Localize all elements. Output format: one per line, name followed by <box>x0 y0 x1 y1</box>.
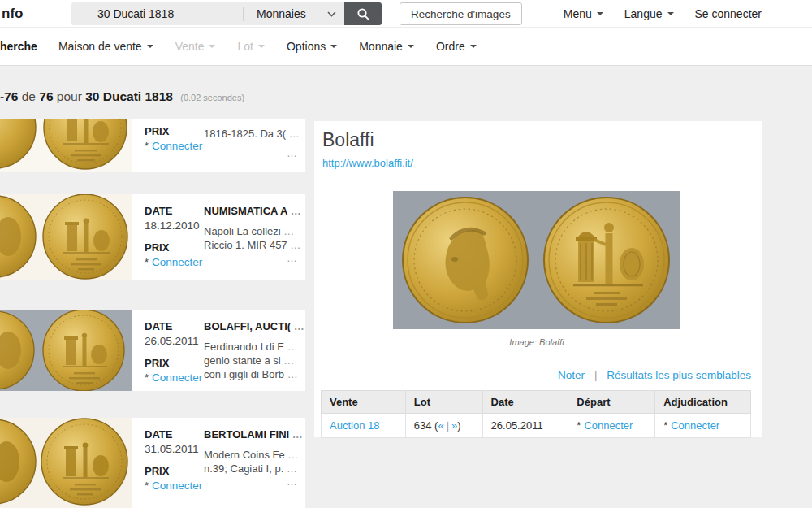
chevron-down-icon <box>258 45 265 48</box>
coin-detail-image <box>393 191 680 329</box>
header-links: Menu Langue Se connecter <box>564 0 762 28</box>
signin-link[interactable]: Se connecter <box>695 7 762 20</box>
date-label: DATE <box>145 428 204 441</box>
col-header-depart: Départ <box>568 391 655 414</box>
chevron-down-icon <box>209 45 215 48</box>
price-connect: *Connecter <box>145 256 204 268</box>
result-meta: PRIX *Connecter <box>132 119 204 172</box>
search-input[interactable] <box>71 2 243 25</box>
chevron-down-icon <box>147 45 153 48</box>
chevron-down-icon <box>667 12 674 15</box>
date-label: DATE <box>145 205 204 217</box>
result-description: 1816-1825. Da 3( … … <box>204 119 305 172</box>
result-description: NUMISMATICA A … Napoli La collezi … Ricc… <box>204 194 305 280</box>
search-time: (0.02 secondes) <box>180 93 244 102</box>
menu-dropdown[interactable]: Menu <box>564 7 603 20</box>
nav-item-ordre[interactable]: Ordre <box>436 40 477 53</box>
nav-item-options[interactable]: Options <box>287 40 337 53</box>
connect-link[interactable]: Connecter <box>152 371 202 384</box>
similar-results-link[interactable]: Résultats les plus semblables <box>607 369 751 381</box>
result-description: BOLAFFI, AUCTI( … Ferdinando I di E … ge… <box>204 310 305 391</box>
coin-thumbnail[interactable] <box>0 119 132 172</box>
connect-link[interactable]: Connecter <box>584 419 633 432</box>
category-select-value: Monnaies <box>257 7 306 20</box>
lot-table: Vente Lot Date Départ Adjudication Aucti… <box>321 390 751 438</box>
filter-menubar: herche Maison de vente Vente Lot Options… <box>0 28 812 66</box>
table-row: Auction 18 634 («|») 26.05.2011 *Connect… <box>322 414 751 438</box>
prev-lot-link[interactable]: « <box>438 419 443 432</box>
category-select[interactable]: Monnaies <box>244 2 344 25</box>
result-card[interactable]: PRIX *Connecter 1816-1825. Da 3( … … <box>0 119 305 172</box>
auction-house-title: Bolaffi <box>322 129 374 151</box>
chevron-down-icon <box>330 45 337 48</box>
coin-thumbnail[interactable] <box>0 310 132 391</box>
coin-thumbnail[interactable] <box>0 194 132 280</box>
nav-item-monnaie[interactable]: Monnaie <box>359 40 414 53</box>
nav-item-vente: Vente <box>175 40 216 53</box>
date-label: DATE <box>145 320 204 332</box>
nav-item-lot: Lot <box>237 40 264 53</box>
result-card[interactable]: DATE 31.05.2011 PRIX *Connecter BERTOLAM… <box>0 418 305 508</box>
price-connect: *Connecter <box>145 140 204 152</box>
auction-link[interactable]: Auction 18 <box>330 419 379 432</box>
col-header-lot: Lot <box>405 391 482 414</box>
result-card-selected[interactable]: DATE 26.05.2011 PRIX *Connecter BOLAFFI,… <box>0 310 305 391</box>
date-value: 31.05.2011 <box>145 443 204 455</box>
auction-house-url[interactable]: http://www.bolaffi.it/ <box>322 157 413 169</box>
nav-item-maison-de-vente[interactable]: Maison de vente <box>58 40 153 53</box>
connect-link[interactable]: Connecter <box>671 419 719 432</box>
search-icon <box>356 7 370 21</box>
chevron-down-icon <box>408 45 414 48</box>
page: nfo Monnaies Recherche d'images Menu <box>0 0 812 508</box>
lot-cell: 634 («|») <box>405 414 482 438</box>
rate-link[interactable]: Noter <box>558 369 585 381</box>
site-logo[interactable]: nfo <box>2 6 23 22</box>
search-button[interactable] <box>344 2 382 25</box>
chevron-down-icon <box>327 11 336 17</box>
col-header-date: Date <box>482 391 568 414</box>
result-meta: DATE 26.05.2011 PRIX *Connecter <box>132 310 204 391</box>
price-label: PRIX <box>145 357 204 369</box>
date-value: 26.05.2011 <box>145 335 204 347</box>
image-caption: Image: Bolaffi <box>393 337 680 347</box>
image-search-button[interactable]: Recherche d'images <box>400 2 522 25</box>
connect-link[interactable]: Connecter <box>152 140 202 152</box>
price-connect: *Connecter <box>145 480 204 492</box>
connect-link[interactable]: Connecter <box>152 480 202 492</box>
chevron-down-icon <box>470 45 477 48</box>
price-label: PRIX <box>145 241 204 254</box>
language-dropdown[interactable]: Langue <box>624 7 674 20</box>
nav-item-recherche[interactable]: herche <box>0 40 37 53</box>
price-label: PRIX <box>145 465 204 477</box>
chevron-down-icon <box>597 12 603 15</box>
result-card[interactable]: DATE 18.12.2010 PRIX *Connecter NUMISMAT… <box>0 194 305 280</box>
col-header-adjudication: Adjudication <box>655 391 751 414</box>
result-description: BERTOLAMI FINI … Modern Coins Fe … n.39;… <box>204 418 305 508</box>
connect-link[interactable]: Connecter <box>152 256 202 268</box>
price-label: PRIX <box>145 125 204 137</box>
detail-panel: Bolaffi http://www.bolaffi.it/ <box>314 121 762 437</box>
col-header-vente: Vente <box>322 391 406 414</box>
result-meta: DATE 18.12.2010 PRIX *Connecter <box>132 194 204 280</box>
top-header: nfo Monnaies Recherche d'images Menu <box>0 0 812 28</box>
depart-cell: *Connecter <box>568 414 655 438</box>
date-value: 18.12.2010 <box>145 219 204 232</box>
date-cell: 26.05.2011 <box>482 414 568 438</box>
coin-thumbnail[interactable] <box>0 418 132 508</box>
detail-actions: Noter | Résultats les plus semblables <box>558 369 751 381</box>
result-meta: DATE 31.05.2011 PRIX *Connecter <box>132 418 204 508</box>
results-list: PRIX *Connecter 1816-1825. Da 3( … … <box>0 119 305 508</box>
adjudication-cell: *Connecter <box>655 414 751 438</box>
price-connect: *Connecter <box>145 371 204 384</box>
search-bar: Monnaies <box>71 2 382 25</box>
results-count: -76 de 76 pour 30 Ducati 1818 (0.02 seco… <box>0 89 244 104</box>
